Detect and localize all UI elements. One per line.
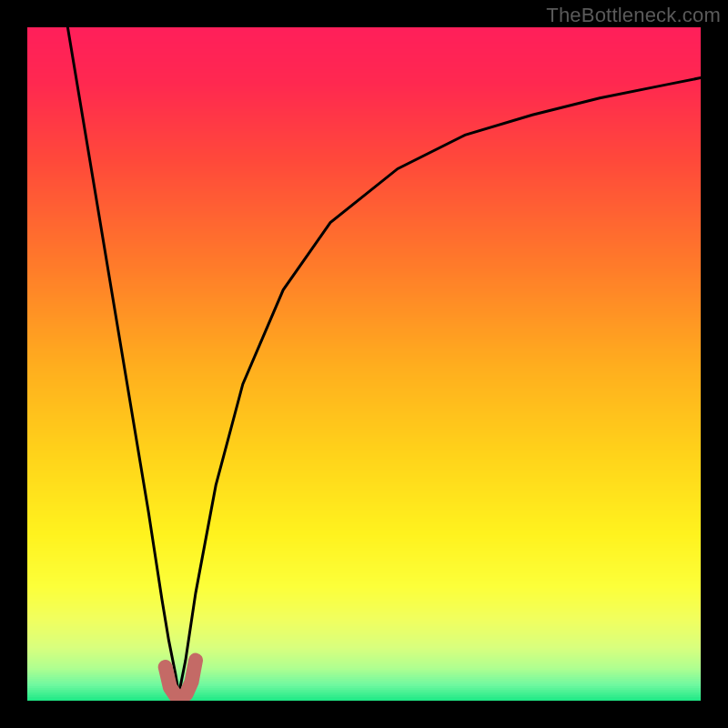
watermark-label: TheBottleneck.com bbox=[546, 4, 721, 27]
curve-right-branch bbox=[179, 78, 702, 694]
curve-left-branch bbox=[67, 27, 178, 694]
bottleneck-curve bbox=[27, 27, 701, 701]
chart-canvas: TheBottleneck.com bbox=[0, 0, 728, 728]
plot-area bbox=[27, 27, 701, 701]
